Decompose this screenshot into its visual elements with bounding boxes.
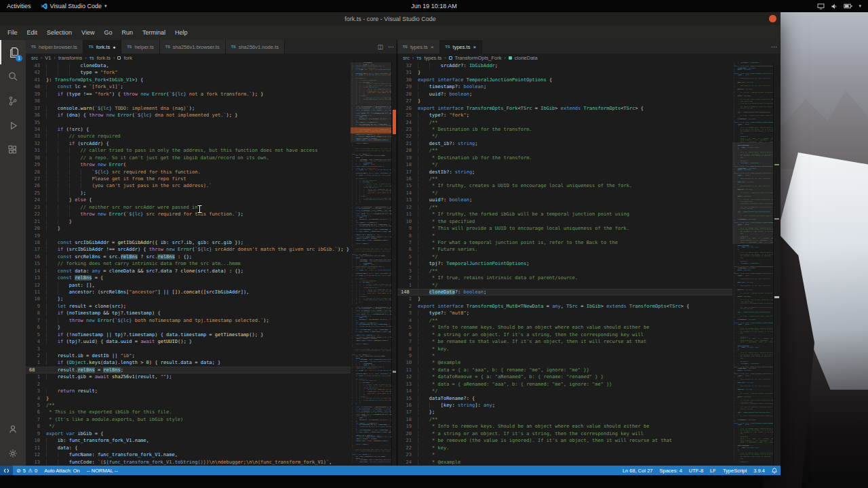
line-number[interactable]: 22 xyxy=(397,445,418,451)
breadcrumb-item[interactable]: TransformOpts_Fork xyxy=(455,55,502,61)
code-line[interactable]: 28 uuid?: boolean; xyxy=(397,91,732,98)
code-line[interactable]: 16 const srcRel8ns = src.rel8ns ? src.re… xyxy=(26,253,351,260)
menu-view[interactable]: View xyxy=(77,29,99,36)
line-number[interactable]: 18 xyxy=(26,239,46,246)
line-number[interactable]: 9 xyxy=(26,430,46,437)
code-line[interactable]: 40 const lc = `[fork_v1]`; xyxy=(26,83,351,90)
title-bar[interactable]: fork.ts - core - Visual Studio Code xyxy=(0,12,781,25)
code-line[interactable]: 9 * xyxy=(397,352,732,359)
code-line[interactable]: 17 if (srcIbGibAddr !== srcAddr) { throw… xyxy=(26,246,351,253)
code-line[interactable]: 27 Please get it from the repo first xyxy=(26,176,351,182)
line-number[interactable]: 4 xyxy=(397,260,418,267)
line-number[interactable]: 27 xyxy=(397,98,418,104)
line-number[interactable]: 1 xyxy=(26,373,46,380)
breadcrumb-item[interactable]: src xyxy=(403,55,410,61)
code-line[interactable]: 14 */ xyxy=(397,190,732,197)
line-number[interactable]: 8 xyxy=(26,423,46,430)
source-control-icon[interactable] xyxy=(0,89,26,113)
line-number[interactable]: 9 xyxy=(397,225,418,232)
line-number[interactable]: 41 xyxy=(26,77,46,83)
code-line[interactable]: 39 if (type !== "fork") { throw new Erro… xyxy=(26,91,351,98)
code-line[interactable]: 6 * Future series. xyxy=(397,246,732,253)
line-number[interactable]: 29 xyxy=(26,161,46,168)
auto-attach-indicator[interactable]: Auto Attach: On xyxy=(41,468,83,474)
code-line[interactable]: 6 * a string or an object. If it's a str… xyxy=(397,331,732,338)
explorer-icon[interactable]: 1 xyxy=(0,40,26,64)
tab-fork-ts[interactable]: TS fork.ts ● xyxy=(83,40,122,54)
code-line[interactable]: 22 */ xyxy=(397,133,732,140)
breadcrumb-item[interactable]: types.ts xyxy=(424,55,441,61)
line-number[interactable]: 9 xyxy=(397,352,418,359)
code-line[interactable]: 41}: TransformOpts_Fork<IbGib_V1>) { xyxy=(26,77,351,83)
line-number[interactable]: 39 xyxy=(26,91,46,98)
code-line[interactable]: 29 timestamp?: boolean; xyxy=(397,83,732,90)
tab-sha256v1-browser-ts[interactable]: TS sha256v1.browser.ts xyxy=(160,40,226,54)
code-line[interactable]: 3 xyxy=(26,346,351,352)
line-number[interactable]: 6 xyxy=(26,409,46,415)
minimap[interactable]: cloneData, type = "fork"}: TransformOpts… xyxy=(351,62,391,466)
line-number[interactable]: 5 xyxy=(26,402,46,409)
code-line[interactable]: 32 if (srcAddr) { xyxy=(26,140,351,147)
line-number[interactable]: 15 xyxy=(397,182,418,189)
line-number[interactable]: 2 xyxy=(26,352,46,359)
code-line[interactable]: 68 result.rel8ns = rel8ns; xyxy=(26,367,351,373)
line-number[interactable]: 7 xyxy=(397,338,418,345)
language-mode[interactable]: TypeScript xyxy=(719,468,750,474)
code-line[interactable]: 13 funcCode: `(${func_transform_fork_V1.… xyxy=(26,459,351,466)
line-number[interactable]: 7 xyxy=(397,239,418,246)
code-area[interactable]: 43 cloneData,42 type = "fork"41}: Transf… xyxy=(26,62,351,466)
line-number[interactable]: 14 xyxy=(397,388,418,394)
line-number[interactable]: 42 xyxy=(26,69,46,76)
breadcrumb-item[interactable]: V1 xyxy=(45,55,51,61)
code-line[interactable]: 11 data: { xyxy=(26,445,351,451)
code-line[interactable]: 19 * Destination ib for the transform. xyxy=(397,155,732,161)
line-number[interactable]: 23 xyxy=(397,126,418,133)
vim-mode-indicator[interactable]: -- NORMAL -- xyxy=(83,468,121,474)
code-line[interactable]: 17 destIb?: string; xyxy=(397,169,732,176)
menu-selection[interactable]: Selection xyxy=(42,29,77,36)
code-line[interactable]: 23 // neither src nor srcAddr were passe… xyxy=(26,204,351,211)
display-icon[interactable] xyxy=(817,3,825,9)
line-number[interactable]: 13 xyxy=(397,197,418,203)
remote-indicator[interactable] xyxy=(0,466,13,475)
code-line[interactable]: 4} xyxy=(26,395,351,402)
line-number[interactable]: 16 xyxy=(397,176,418,182)
line-number[interactable]: 30 xyxy=(397,77,418,83)
line-number[interactable]: 6 xyxy=(397,331,418,338)
line-number[interactable]: 27 xyxy=(26,176,46,182)
typescript-version[interactable]: 3.9.4 xyxy=(750,468,768,474)
code-line[interactable]: 10 * @example xyxy=(397,359,732,366)
line-number[interactable]: 28 xyxy=(397,91,418,98)
code-line[interactable]: 1 if (Object.keys(data).length > 0) { re… xyxy=(26,359,351,366)
notifications-bell-icon[interactable] xyxy=(768,468,781,474)
breadcrumb-item[interactable]: cloneData xyxy=(515,55,538,61)
line-number[interactable]: 9 xyxy=(26,303,46,310)
code-area[interactable]: 32 srcAddr?: IbGibAddr;31}30export inter… xyxy=(397,62,732,466)
minimap[interactable]: srcAddr?: IbGibAddr;}export interface Te… xyxy=(732,62,773,466)
code-line[interactable]: 20 /** xyxy=(397,147,732,154)
code-line[interactable]: 5 if (!noTimestamp || tpj?.timestamp) { … xyxy=(26,331,351,338)
code-line[interactable]: 6 } xyxy=(26,324,351,331)
code-line[interactable]: 25 type?: "fork"; xyxy=(397,112,732,119)
code-line[interactable]: 13 uuid?: boolean; xyxy=(397,197,732,203)
code-line[interactable]: 20 * a string or an object. If it's a st… xyxy=(397,430,732,437)
run-debug-icon[interactable] xyxy=(0,113,26,138)
line-number[interactable]: 5 xyxy=(397,324,418,331)
line-number[interactable]: 3 xyxy=(26,346,46,352)
line-number[interactable]: 22 xyxy=(397,133,418,140)
line-number[interactable]: 18 xyxy=(397,161,418,168)
line-number[interactable]: 4 xyxy=(26,395,46,402)
code-line[interactable]: 11 ancestor: (srcRel8ns["ancestor"] || [… xyxy=(26,289,351,296)
line-number[interactable]: 18 xyxy=(397,416,418,423)
code-line[interactable]: 11 * If truthy, the forked ibGib will be… xyxy=(397,211,732,218)
code-line[interactable]: 3 /** xyxy=(397,268,732,274)
line-number[interactable]: 10 xyxy=(26,296,46,302)
breadcrumb-item[interactable]: src xyxy=(31,55,38,61)
code-line[interactable]: 25 ); xyxy=(26,190,351,197)
line-number[interactable]: 26 xyxy=(397,105,418,112)
line-number[interactable]: 37 xyxy=(26,105,46,112)
line-number[interactable]: 8 xyxy=(397,346,418,352)
line-number[interactable]: 13 xyxy=(26,459,46,466)
encoding-indicator[interactable]: UTF-8 xyxy=(686,468,707,474)
code-line[interactable]: 1 result.gib = await sha256v1(result, ""… xyxy=(26,373,351,380)
